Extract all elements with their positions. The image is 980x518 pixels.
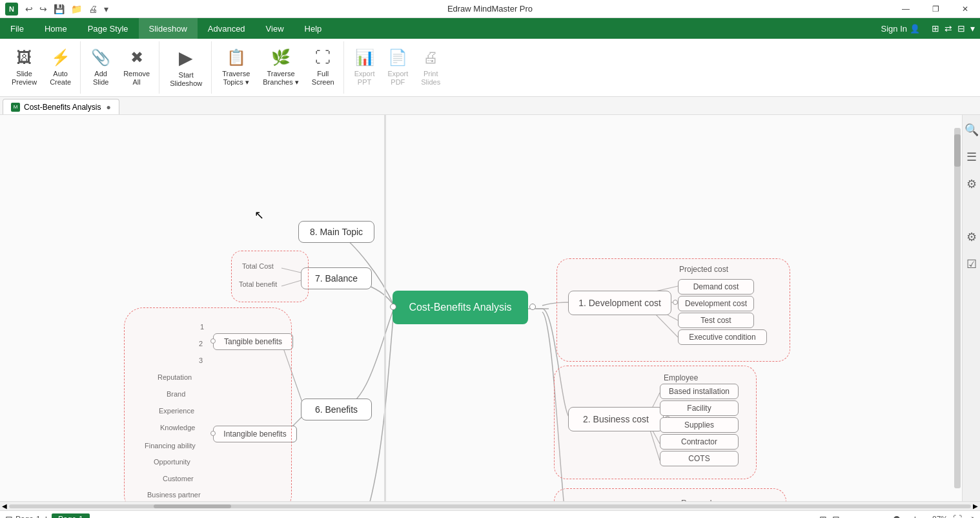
tab-close-btn[interactable]: ●: [106, 103, 110, 112]
full-screen-icon: ⛶: [315, 48, 331, 67]
tab-cost-benefits[interactable]: M Cost-Benefits Analysis ●: [3, 99, 119, 114]
print-btn[interactable]: 🖨: [87, 3, 99, 16]
save-btn[interactable]: 💾: [52, 3, 66, 16]
group-benefits: [124, 307, 292, 501]
scroll-right-btn[interactable]: ▶: [971, 502, 980, 511]
ribbon-group-start: ▶ StartSlideshow: [161, 41, 212, 94]
minimize-btn[interactable]: —: [891, 0, 921, 18]
traverse-topics-icon: 📋: [227, 48, 246, 67]
add-slide-icon: 📎: [91, 48, 110, 67]
page-tab-1[interactable]: Page-1: [52, 513, 90, 519]
node-main-topic[interactable]: 8. Main Topic: [298, 221, 374, 243]
menu-file[interactable]: File: [0, 18, 34, 39]
start-slideshow-icon: ▶: [179, 47, 193, 69]
cursor: ↖: [254, 208, 264, 222]
main-area: Cost-Benefits Analysis 8. Main Topic 7. …: [0, 115, 980, 501]
fullscreen-btn[interactable]: ⛶: [953, 514, 962, 519]
auto-create-icon: ⚡: [51, 48, 70, 67]
share-icon[interactable]: ⇄: [944, 23, 952, 34]
expand-btn[interactable]: ⤢: [967, 514, 975, 519]
h-scrollbar[interactable]: ◀ ▶: [0, 501, 980, 510]
sign-in-btn[interactable]: Sign In 👤: [875, 24, 926, 34]
list-sidebar-icon[interactable]: ☰: [964, 147, 979, 167]
window-title: Edraw MindMaster Pro: [447, 4, 533, 14]
canvas[interactable]: Cost-Benefits Analysis 8. Main Topic 7. …: [0, 115, 980, 501]
dropdown-icon[interactable]: ▾: [970, 23, 975, 34]
add-slide-btn[interactable]: 📎 AddSlide: [86, 45, 116, 91]
fit-page-btn[interactable]: ⊞: [819, 514, 827, 519]
zoom-level: 87%: [924, 515, 948, 519]
node-main-topic-label: 8. Main Topic: [310, 227, 363, 237]
menu-advanced[interactable]: Advanced: [198, 18, 256, 39]
traverse-topics-btn[interactable]: 📋 TraverseTopics ▾: [217, 45, 255, 91]
print-slides-icon: 🖨: [423, 48, 438, 67]
slide-preview-icon: 🖼: [17, 48, 32, 67]
main-node-label: Cost-Benefits Analysis: [409, 302, 511, 313]
close-btn[interactable]: ✕: [950, 0, 980, 18]
app-logo: N: [5, 3, 18, 16]
search-sidebar-icon[interactable]: 🔍: [962, 120, 981, 140]
node-balance[interactable]: 7. Balance: [301, 267, 372, 289]
menu-view[interactable]: View: [256, 18, 294, 39]
menu-home[interactable]: Home: [34, 18, 77, 39]
tab-icon: M: [11, 103, 20, 112]
node-benefits[interactable]: 6. Benefits: [301, 399, 372, 420]
redo-btn[interactable]: ↪: [37, 3, 49, 16]
remove-all-icon: ✖: [130, 48, 143, 67]
settings-sidebar-icon[interactable]: ⚙: [964, 174, 979, 194]
export-ppt-icon: 📊: [355, 48, 374, 67]
group-non-recurring: [554, 488, 786, 501]
v-scrollbar[interactable]: [953, 115, 962, 501]
menu-right-icons: ⊞ ⇄ ⊟ ▾: [932, 23, 980, 34]
menu-slideshow[interactable]: Slideshow: [139, 18, 198, 39]
ribbon-group-slides: 📎 AddSlide ✖ RemoveAll: [82, 41, 159, 94]
quick-access-toolbar: ↩ ↪ 💾 📁 🖨 ▾: [23, 3, 110, 16]
scroll-left-btn[interactable]: ◀: [0, 502, 9, 511]
page-indicator: Page-1: [15, 515, 41, 519]
traverse-branches-btn[interactable]: 🌿 TraverseBranches ▾: [258, 45, 304, 91]
tab-bar: M Cost-Benefits Analysis ●: [0, 97, 980, 115]
group-business-cost: [554, 366, 757, 479]
node-balance-label: 7. Balance: [315, 273, 358, 284]
ribbon-group-export: 📊 ExportPPT 📄 ExportPDF 🖨 PrintSlides: [345, 41, 450, 94]
right-sidebar: 🔍 ☰ ⚙ ⚙ ☑: [962, 115, 980, 501]
zoom-out-btn[interactable]: −: [845, 513, 853, 519]
window-controls: — ❐ ✕: [891, 0, 980, 17]
title-bar: N ↩ ↪ 💾 📁 🖨 ▾ Edraw MindMaster Pro — ❐ ✕: [0, 0, 980, 18]
checkbox-sidebar-icon[interactable]: ☑: [964, 254, 979, 274]
group-balance: [231, 251, 309, 302]
ribbon: 🖼 SlidePreview ⚡ AutoCreate 📎 AddSlide ✖…: [0, 39, 980, 97]
export-ppt-btn: 📊 ExportPPT: [349, 45, 380, 91]
expand-panel-btn[interactable]: ⊟: [5, 514, 13, 519]
zoom-thumb: [893, 516, 900, 519]
zoom-controls: − +: [845, 513, 919, 519]
full-screen-btn[interactable]: ⛶ FullScreen: [307, 45, 340, 91]
remove-all-btn[interactable]: ✖ RemoveAll: [118, 45, 155, 91]
layout-icon[interactable]: ⊞: [932, 23, 939, 34]
vertical-divider: [384, 115, 385, 501]
more-btn[interactable]: ▾: [102, 3, 110, 16]
auto-create-btn[interactable]: ⚡ AutoCreate: [45, 45, 76, 91]
sign-in-icon: 👤: [910, 24, 920, 34]
print-slides-btn: 🖨 PrintSlides: [416, 45, 445, 91]
maximize-btn[interactable]: ❐: [921, 0, 950, 18]
zoom-in-btn[interactable]: +: [911, 513, 919, 519]
left-connector-main: [390, 304, 396, 310]
menu-help[interactable]: Help: [294, 18, 332, 39]
ribbon-group-traverse: 📋 TraverseTopics ▾ 🌿 TraverseBranches ▾ …: [213, 41, 343, 94]
slide-preview-btn[interactable]: 🖼 SlidePreview: [6, 45, 42, 91]
menu-bar: File Home Page Style Slideshow Advanced …: [0, 18, 980, 39]
fit-width-btn[interactable]: ⊟: [832, 514, 840, 519]
tab-label: Cost-Benefits Analysis: [24, 103, 101, 112]
apps-icon[interactable]: ⊟: [957, 23, 965, 34]
start-slideshow-btn[interactable]: ▶ StartSlideshow: [165, 45, 207, 91]
undo-btn[interactable]: ↩: [23, 3, 35, 16]
menu-page-style[interactable]: Page Style: [77, 18, 139, 39]
status-bar: ⊟ Page-1 + Page-1 ⊞ ⊟ − + 87% ⛶ ⤢: [0, 510, 980, 518]
open-btn[interactable]: 📁: [69, 3, 84, 16]
ribbon-group-preview: 🖼 SlidePreview ⚡ AutoCreate: [3, 41, 81, 94]
main-node[interactable]: Cost-Benefits Analysis: [393, 291, 528, 324]
add-page-btn[interactable]: +: [43, 513, 49, 519]
node-benefits-label: 6. Benefits: [315, 404, 358, 415]
format-sidebar-icon[interactable]: ⚙: [964, 227, 979, 247]
